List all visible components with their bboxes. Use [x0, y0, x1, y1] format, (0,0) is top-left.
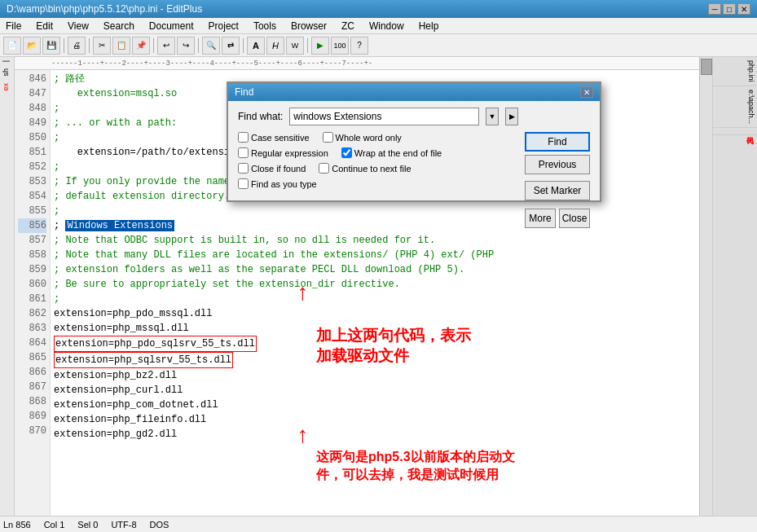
status-bar: Ln 856 Col 1 Sel 0 UTF-8 DOS: [0, 516, 757, 532]
toolbar-sep-2: [89, 38, 90, 53]
toolbar-sep-6: [307, 38, 308, 53]
right-panel-apache[interactable]: e:\apach...: [713, 86, 757, 128]
toolbar-save[interactable]: 💾: [42, 37, 60, 55]
code-line-855: ;: [54, 204, 696, 218]
status-col: Col 1: [44, 520, 65, 530]
close-button[interactable]: ✕: [737, 3, 750, 15]
code-line-864: extension=php_pdo_sqlsrv_55_ts.dll: [54, 336, 696, 352]
scrollbar-vertical[interactable]: [699, 57, 712, 516]
menu-search[interactable]: Search: [101, 20, 137, 32]
toolbar-new[interactable]: 📄: [3, 37, 21, 55]
checkbox-row-2: Regular expression Wrap at the end of fi…: [238, 147, 518, 158]
menu-help[interactable]: Help: [416, 20, 442, 32]
close-found-check[interactable]: [238, 163, 249, 174]
checkbox-whole-word: Whole word only: [323, 132, 402, 143]
close-dialog-button[interactable]: Close: [559, 209, 590, 228]
case-sensitive-check[interactable]: [238, 132, 249, 143]
menu-tools[interactable]: Tools: [251, 20, 279, 32]
line-num: 870: [18, 424, 46, 438]
regex-check[interactable]: [238, 147, 249, 158]
line-num: 852: [18, 160, 46, 174]
menu-edit[interactable]: Edit: [33, 20, 55, 32]
code-line-858: ; Note that many DLL files are located i…: [54, 248, 696, 262]
line-num: 854: [18, 189, 46, 204]
line-num: 849: [18, 116, 46, 130]
sidebar-tab-ex[interactable]: ex: [0, 80, 14, 95]
previous-button[interactable]: Previous: [525, 155, 590, 174]
toolbar-btn2[interactable]: 100: [331, 37, 349, 55]
right-panel-code[interactable]: 另句代码: [713, 128, 757, 135]
find-type-label: Find as you type: [251, 179, 317, 189]
wrap-check[interactable]: [341, 147, 352, 158]
menu-document[interactable]: Document: [147, 20, 196, 32]
whole-word-check[interactable]: [323, 132, 333, 143]
sidebar-tab-sh[interactable]: sh: [0, 65, 14, 80]
toolbar-print[interactable]: 🖨: [68, 37, 86, 55]
toolbar-paste[interactable]: 📌: [132, 37, 150, 55]
menu-file[interactable]: File: [3, 20, 24, 32]
toolbar-copy[interactable]: 📋: [112, 37, 130, 55]
line-num: 863: [18, 321, 46, 336]
checkbox-find-type: Find as you type: [238, 178, 317, 189]
dialog-buttons: Find Previous Set Marker More Close: [525, 132, 590, 231]
right-panel-phpini[interactable]: php.ini: [713, 57, 757, 86]
toolbar-open[interactable]: 📂: [23, 37, 41, 55]
toolbar-bold[interactable]: A: [247, 37, 265, 55]
line-num: 853: [18, 174, 46, 189]
checkbox-row-3: Close if found Continue to next file: [238, 163, 518, 174]
menu-zc[interactable]: ZC: [339, 20, 357, 32]
code-line-869: extension=php_fileinfo.dll: [54, 412, 696, 427]
code-line-859: ; extension folders as well as the separ…: [54, 262, 696, 277]
line-num: 865: [18, 350, 46, 365]
toolbar-find[interactable]: 🔍: [202, 37, 220, 55]
checkbox-close-found: Close if found: [238, 163, 306, 174]
checkbox-continue: Continue to next file: [319, 163, 411, 174]
menu-bar: File Edit View Search Document Project T…: [0, 18, 757, 34]
sidebar-tab-1[interactable]: |: [0, 57, 14, 65]
code-line-865: extension=php_sqlsrv_55_ts.dll: [54, 352, 696, 368]
find-button[interactable]: Find: [525, 132, 590, 152]
line-num: 850: [18, 130, 46, 145]
maximize-button[interactable]: □: [723, 3, 736, 15]
toolbar-redo[interactable]: ↪: [177, 37, 195, 55]
menu-view[interactable]: View: [65, 20, 91, 32]
code-line-861: ;: [54, 292, 696, 306]
set-marker-button[interactable]: Set Marker: [525, 181, 590, 200]
checkbox-row-1: Case sensitive Whole word only: [238, 132, 518, 143]
case-sensitive-label: Case sensitive: [251, 133, 310, 143]
toolbar-btn3[interactable]: ?: [350, 37, 368, 55]
find-dialog: Find ✕ Find what: ▼ ▶ Case sensitive: [227, 81, 601, 202]
toolbar-replace[interactable]: ⇄: [222, 37, 240, 55]
toolbar-cut[interactable]: ✂: [93, 37, 111, 55]
line-num: 859: [18, 262, 46, 277]
toolbar-run[interactable]: ▶: [311, 37, 329, 55]
toolbar-italic[interactable]: H: [266, 37, 284, 55]
find-what-row: Find what: ▼ ▶: [238, 108, 518, 125]
find-what-input[interactable]: [289, 108, 479, 125]
line-num: 855: [18, 204, 46, 218]
scroll-thumb[interactable]: [701, 59, 712, 75]
more-button[interactable]: More: [525, 209, 556, 228]
continue-check[interactable]: [319, 163, 329, 174]
find-options-btn[interactable]: ▶: [505, 108, 518, 125]
find-dropdown-btn[interactable]: ▼: [486, 108, 499, 125]
menu-window[interactable]: Window: [367, 20, 407, 32]
continue-label: Continue to next file: [332, 164, 411, 174]
minimize-button[interactable]: ─: [708, 3, 721, 15]
toolbar-btn1[interactable]: W: [286, 37, 304, 55]
checkbox-case-sensitive: Case sensitive: [238, 132, 310, 143]
find-type-check[interactable]: [238, 178, 249, 189]
dialog-title-bar: Find ✕: [228, 83, 600, 101]
code-line-857: ; Note that ODBC support is built in, so…: [54, 233, 696, 248]
find-what-label: Find what:: [238, 111, 283, 122]
menu-project[interactable]: Project: [206, 20, 241, 32]
toolbar-sep-5: [243, 38, 244, 53]
line-num: 864: [18, 336, 46, 350]
code-line-868: extension=php_com_dotnet.dll: [54, 398, 696, 412]
line-num: 868: [18, 394, 46, 409]
toolbar-undo[interactable]: ↩: [157, 37, 175, 55]
line-num: 867: [18, 380, 46, 394]
menu-browser[interactable]: Browser: [288, 20, 329, 32]
dialog-close-button[interactable]: ✕: [580, 86, 593, 98]
checkbox-regex: Regular expression: [238, 147, 328, 158]
